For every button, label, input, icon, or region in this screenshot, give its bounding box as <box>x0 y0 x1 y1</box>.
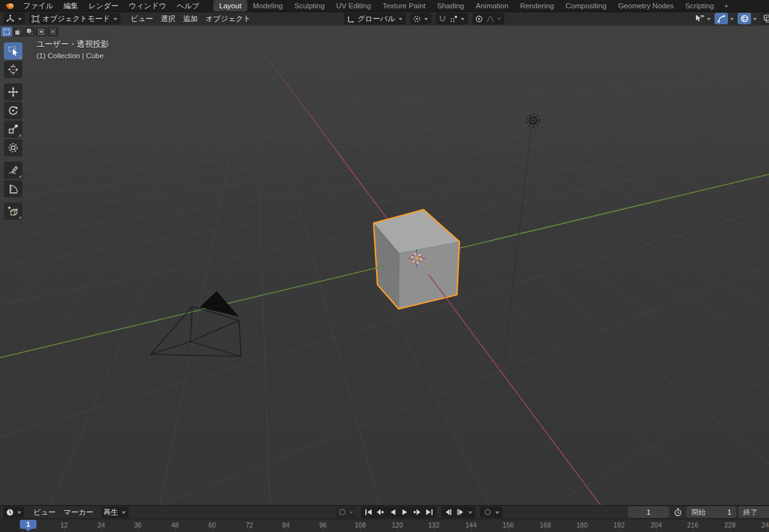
pivot-point-dropdown[interactable] <box>410 13 431 24</box>
current-frame-marker[interactable]: 1 <box>20 520 37 529</box>
frame-tick: 84 <box>282 521 290 529</box>
topbar-menu-item[interactable]: ヘルプ <box>172 0 204 12</box>
topbar-menu-item[interactable]: 編集 <box>58 0 83 12</box>
frame-tick: 24 <box>97 521 105 529</box>
xray-toggle[interactable] <box>761 13 769 24</box>
frame-start-field[interactable]: 開始 1 <box>686 506 736 518</box>
viewport-menu-item[interactable]: ビュー <box>127 13 157 25</box>
editor-type-button[interactable] <box>3 13 25 24</box>
workspace-tab[interactable]: + <box>720 0 733 12</box>
xray-toggle-icon <box>763 14 769 23</box>
playback-menu[interactable]: 再生 <box>101 506 129 518</box>
chevron-down-icon[interactable] <box>729 16 734 21</box>
tool-measure[interactable] <box>4 180 22 197</box>
workspace-tab[interactable]: Sculpting <box>288 0 330 12</box>
sync-icon <box>338 508 346 516</box>
chevron-down-icon[interactable] <box>495 510 500 515</box>
topbar-menu-item[interactable]: ウィンドウ <box>124 0 172 12</box>
tool-select-box[interactable] <box>4 42 22 60</box>
tool-rotate[interactable] <box>4 102 22 119</box>
pivot-point-icon <box>413 15 421 23</box>
workspace-tab[interactable]: Rendering <box>514 0 559 12</box>
frame-tick: 120 <box>392 521 403 529</box>
tool-cursor[interactable] <box>4 61 22 78</box>
falloff-dropdown[interactable] <box>486 15 502 23</box>
chevron-down-icon <box>121 510 126 515</box>
jump-next-keyframe-button[interactable] <box>412 507 422 517</box>
chevron-down-icon <box>398 16 403 21</box>
workspace-tab[interactable]: Animation <box>470 0 514 12</box>
auto-keying-toggle[interactable] <box>483 507 492 517</box>
timeline-menu-item[interactable]: マーカー <box>60 506 97 519</box>
blender-logo[interactable] <box>4 1 15 10</box>
transform-orientation-dropdown[interactable]: グローバル <box>344 13 406 24</box>
tool-annotate[interactable] <box>4 162 22 179</box>
workspace-tab[interactable]: Modeling <box>247 0 289 12</box>
chevron-down-icon[interactable] <box>752 16 757 21</box>
tool-scale[interactable] <box>4 121 22 138</box>
out-of-range-shade <box>0 519 21 532</box>
snap-toggle[interactable] <box>438 15 447 23</box>
proportional-editing-toggle[interactable] <box>475 15 483 23</box>
viewport-overlay-text: ユーザー・透視投影 (1) Collection | Cube <box>37 40 109 61</box>
topbar-menu-item[interactable]: レンダー <box>83 0 124 12</box>
object-mode-icon <box>31 15 40 23</box>
step-forward-button[interactable] <box>456 507 465 517</box>
object-types-visibility-dropdown[interactable] <box>695 14 711 23</box>
frame-step-group <box>441 506 475 518</box>
select-mode-intersect[interactable] <box>47 27 58 37</box>
jump-to-start-button[interactable] <box>363 507 373 517</box>
select-mode-invert[interactable] <box>36 27 47 37</box>
topbar-menu-item[interactable]: ファイル <box>18 0 58 12</box>
3d-viewport[interactable]: ユーザー・透視投影 (1) Collection | Cube <box>0 26 769 505</box>
select-mode-extend[interactable] <box>13 27 24 37</box>
workspace-tab[interactable]: Layout <box>213 0 247 12</box>
current-frame-field[interactable]: 1 <box>628 506 669 518</box>
mode-selector[interactable]: オブジェクトモード <box>29 13 120 24</box>
sync-dropdown[interactable] <box>336 506 356 518</box>
play-reverse-button[interactable] <box>388 507 397 517</box>
workspace-tab[interactable]: Texture Paint <box>377 0 431 12</box>
viewport-menu-item[interactable]: 選択 <box>157 13 179 25</box>
timeline-editor-type-button[interactable] <box>3 506 24 518</box>
workspace-tab[interactable]: Geometry Nodes <box>612 0 679 12</box>
workspace-tab[interactable]: Compositing <box>559 0 612 12</box>
viewport-menu-item[interactable]: 追加 <box>179 13 202 25</box>
gizmos-toggle[interactable] <box>715 13 728 24</box>
chevron-down-icon <box>497 16 502 21</box>
distance-fade <box>0 26 769 165</box>
frame-tick: 108 <box>354 521 366 529</box>
frame-tick: 204 <box>650 521 662 529</box>
jump-prev-keyframe-button[interactable] <box>376 507 385 517</box>
overlays-icon <box>740 14 749 23</box>
play-button[interactable] <box>400 507 409 517</box>
workspace-tab[interactable]: Shading <box>431 0 470 12</box>
select-mode-subtract[interactable] <box>24 27 35 37</box>
step-back-button[interactable] <box>443 507 453 517</box>
snap-target-dropdown[interactable] <box>449 15 465 23</box>
workspace-tab[interactable]: UV Editing <box>331 0 377 12</box>
topbar: ファイル編集レンダーウィンドウヘルプ LayoutModelingSculpti… <box>0 0 769 12</box>
frame-tick: 144 <box>465 521 477 529</box>
preview-range-toggle[interactable] <box>671 506 684 518</box>
frame-tick: 228 <box>724 521 736 529</box>
chevron-down-icon <box>17 16 22 21</box>
tool-move[interactable] <box>4 83 22 101</box>
3d-viewport-editor-icon <box>6 14 15 23</box>
overlays-toggle[interactable] <box>738 13 751 24</box>
tool-transform[interactable] <box>4 139 22 156</box>
viewport-scene <box>0 26 769 505</box>
timeline-menu-item[interactable]: ビュー <box>29 506 60 519</box>
frame-tick: 48 <box>171 521 179 529</box>
frame-tick: 156 <box>502 521 514 529</box>
frame-tick: 12 <box>60 521 68 529</box>
timeline-ruler[interactable]: 1224364860728496108120132144156168180192… <box>0 519 769 532</box>
blender-window: ファイル編集レンダーウィンドウヘルプ LayoutModelingSculpti… <box>0 0 769 532</box>
tool-add-cube[interactable] <box>4 203 22 220</box>
viewport-menu-item[interactable]: オブジェクト <box>202 13 255 25</box>
frame-end-field[interactable]: 終了 <box>738 506 769 518</box>
workspace-tab[interactable]: Scripting <box>679 0 720 12</box>
chevron-down-icon[interactable] <box>468 510 473 515</box>
select-mode-set[interactable] <box>1 27 12 37</box>
jump-to-end-button[interactable] <box>424 507 434 517</box>
